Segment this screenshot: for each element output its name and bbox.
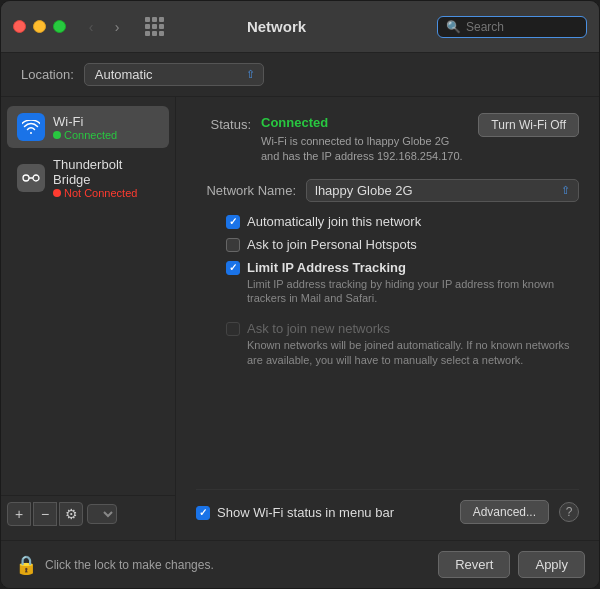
search-icon: 🔍	[446, 20, 461, 34]
tb-status-dot	[53, 189, 61, 197]
network-order-select[interactable]	[87, 504, 117, 524]
apply-button[interactable]: Apply	[518, 551, 585, 578]
network-name-label: Network Name:	[196, 183, 296, 198]
advanced-button[interactable]: Advanced...	[460, 500, 549, 524]
tb-item-status: Not Connected	[53, 187, 159, 199]
network-name-chevron-icon: ⇧	[561, 184, 570, 197]
wifi-item-info: Wi-Fi Connected	[53, 114, 117, 141]
limit-ip-checkbox-row[interactable]: ✓ Limit IP Address Tracking Limit IP add…	[226, 260, 579, 306]
personal-hotspot-checkbox-row[interactable]: Ask to join Personal Hotspots	[226, 237, 579, 252]
sidebar-item-thunderbolt[interactable]: Thunderbolt Bridge Not Connected	[7, 150, 169, 206]
status-info: Connected Wi-Fi is connected to lhappy G…	[261, 113, 468, 165]
wifi-item-name: Wi-Fi	[53, 114, 117, 129]
status-description: Wi-Fi is connected to lhappy Globe 2G an…	[261, 134, 468, 165]
new-networks-label-group: Ask to join new networks Known networks …	[247, 321, 579, 367]
minimize-button[interactable]	[33, 20, 46, 33]
help-button[interactable]: ?	[559, 502, 579, 522]
search-input[interactable]	[466, 20, 576, 34]
personal-hotspot-checkbox[interactable]	[226, 238, 240, 252]
status-value: Connected	[261, 115, 328, 130]
footer: 🔒 Click the lock to make changes. Revert…	[1, 540, 599, 588]
new-networks-checkbox	[226, 322, 240, 336]
maximize-button[interactable]	[53, 20, 66, 33]
titlebar: ‹ › Network 🔍	[1, 1, 599, 53]
tb-item-name: Thunderbolt Bridge	[53, 157, 159, 187]
network-name-text: lhappy Globe 2G	[315, 183, 413, 198]
turn-wifi-off-button[interactable]: Turn Wi-Fi Off	[478, 113, 579, 137]
limit-ip-label: Limit IP Address Tracking	[247, 260, 579, 275]
limit-ip-checkmark: ✓	[229, 262, 237, 273]
traffic-lights	[13, 20, 66, 33]
wifi-icon	[17, 113, 45, 141]
personal-hotspot-label-group: Ask to join Personal Hotspots	[247, 237, 417, 252]
status-label: Status:	[196, 113, 251, 132]
lock-icon[interactable]: 🔒	[15, 554, 37, 576]
show-wifi-checkbox[interactable]: ✓	[196, 506, 210, 520]
location-label: Location:	[21, 67, 74, 82]
sidebar-bottom-bar: + − ⚙	[1, 495, 175, 532]
show-wifi-label: Show Wi-Fi status in menu bar	[217, 505, 394, 520]
auto-join-label: Automatically join this network	[247, 214, 421, 229]
auto-join-checkbox-row[interactable]: ✓ Automatically join this network	[226, 214, 579, 229]
svg-point-1	[33, 175, 39, 181]
add-network-button[interactable]: +	[7, 502, 31, 526]
limit-ip-checkbox[interactable]: ✓	[226, 261, 240, 275]
limit-ip-sublabel: Limit IP address tracking by hiding your…	[247, 277, 579, 306]
status-row: Status: Connected Wi-Fi is connected to …	[196, 113, 579, 165]
limit-ip-label-group: Limit IP Address Tracking Limit IP addre…	[247, 260, 579, 306]
auto-join-checkbox[interactable]: ✓	[226, 215, 240, 229]
network-name-select[interactable]: lhappy Globe 2G ⇧	[306, 179, 579, 202]
svg-point-0	[23, 175, 29, 181]
show-wifi-checkmark: ✓	[199, 507, 207, 518]
right-panel: Status: Connected Wi-Fi is connected to …	[176, 97, 599, 540]
footer-left: 🔒 Click the lock to make changes.	[15, 554, 438, 576]
auto-join-label-group: Automatically join this network	[247, 214, 421, 229]
location-select[interactable]: Automatic ⇧	[84, 63, 264, 86]
revert-button[interactable]: Revert	[438, 551, 510, 578]
search-box[interactable]: 🔍	[437, 16, 587, 38]
sidebar-item-wifi[interactable]: Wi-Fi Connected	[7, 106, 169, 148]
main-content: Wi-Fi Connected Thunderbolt Brid	[1, 97, 599, 540]
gear-button[interactable]: ⚙	[59, 502, 83, 526]
sidebar: Wi-Fi Connected Thunderbolt Brid	[1, 97, 176, 540]
panel-bottom: ✓ Show Wi-Fi status in menu bar Advanced…	[196, 489, 579, 530]
close-button[interactable]	[13, 20, 26, 33]
personal-hotspot-label: Ask to join Personal Hotspots	[247, 237, 417, 252]
wifi-status-dot	[53, 131, 61, 139]
wifi-item-status: Connected	[53, 129, 117, 141]
network-name-row: Network Name: lhappy Globe 2G ⇧	[196, 179, 579, 202]
thunderbolt-icon	[17, 164, 45, 192]
show-wifi-checkbox-row[interactable]: ✓ Show Wi-Fi status in menu bar	[196, 505, 394, 520]
new-networks-sublabel: Known networks will be joined automatica…	[247, 338, 579, 367]
auto-join-checkmark: ✓	[229, 216, 237, 227]
lock-text: Click the lock to make changes.	[45, 558, 214, 572]
new-networks-checkbox-row: Ask to join new networks Known networks …	[226, 321, 579, 367]
tb-item-info: Thunderbolt Bridge Not Connected	[53, 157, 159, 199]
new-networks-label: Ask to join new networks	[247, 321, 579, 336]
checkboxes-area: ✓ Automatically join this network Ask to…	[196, 214, 579, 367]
back-button[interactable]: ‹	[80, 16, 102, 38]
location-bar: Location: Automatic ⇧	[1, 53, 599, 97]
location-select-text: Automatic	[95, 67, 153, 82]
remove-network-button[interactable]: −	[33, 502, 57, 526]
location-chevron-icon: ⇧	[246, 68, 255, 81]
main-window: ‹ › Network 🔍 Location: Automatic ⇧	[0, 0, 600, 589]
footer-right: Revert Apply	[438, 551, 585, 578]
window-title: Network	[116, 18, 437, 35]
